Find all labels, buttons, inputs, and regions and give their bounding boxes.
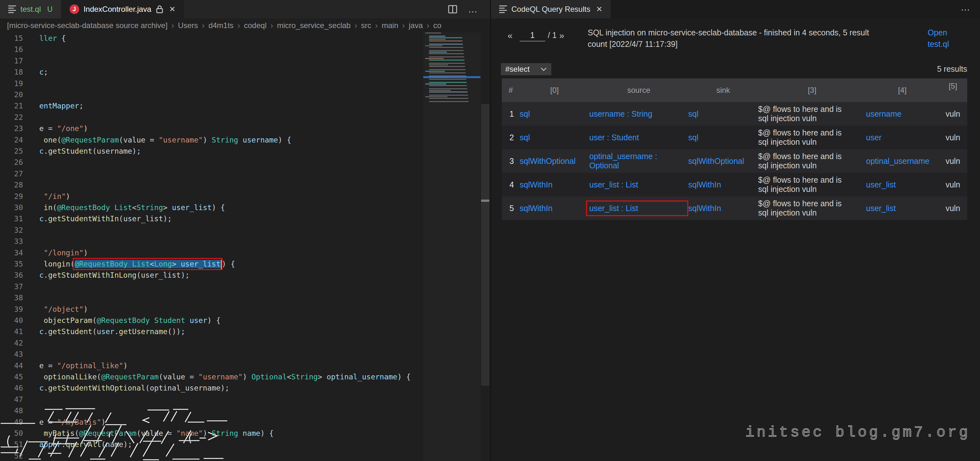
code-line-content: e = "/optinal_like") — [39, 360, 128, 371]
tab-indexcontroller-java[interactable]: J IndexController.java ✕ — [61, 0, 184, 19]
breadcrumb-item[interactable]: main — [382, 21, 398, 30]
code-line: 38 — [0, 292, 480, 304]
sink-link[interactable]: sql — [688, 126, 758, 149]
line-number: 30 — [0, 202, 23, 213]
tab-test-ql[interactable]: test.ql U — [0, 0, 61, 19]
code-line-content: c.getStudent(user.getUsername()); — [39, 326, 185, 337]
predicate-link[interactable]: sqlWithOptional — [520, 149, 589, 173]
breadcrumb-separator: › — [237, 21, 240, 31]
column-header[interactable]: [3] — [758, 78, 866, 102]
line-number: 21 — [0, 100, 23, 112]
code-line: 51apper.queryAll(name); — [0, 439, 480, 450]
result-row[interactable]: 4sqlWithInuser_list : ListsqlWithIn$@ fl… — [502, 173, 967, 196]
page-number-input[interactable]: 1 — [520, 29, 545, 41]
code-line-content: myBatis(@RequestParam(value = "name") St… — [39, 428, 274, 439]
breadcrumb: [micro-service-seclab-database source ar… — [0, 19, 490, 33]
panel-more-icon[interactable]: … — [961, 2, 971, 13]
source-link[interactable]: user_list : List — [589, 173, 688, 196]
breadcrumb-item[interactable]: [micro-service-seclab-database source ar… — [7, 21, 168, 30]
result-row[interactable]: 2sqluser : Studentsql$@ flows to here an… — [502, 126, 967, 149]
code-line: 30 in(@RequestBody List<String> user_lis… — [0, 202, 480, 213]
column-header[interactable]: sink — [688, 78, 758, 102]
breadcrumb-separator: › — [202, 21, 205, 31]
panel-title: CodeQL Query Results — [511, 5, 590, 14]
sink-link[interactable]: sqlWithOptional — [688, 149, 758, 173]
predicate-link[interactable]: sqlWithIn — [520, 196, 589, 220]
line-number: 46 — [0, 382, 23, 394]
editor-group: test.ql U J IndexController.java ✕ … [mi… — [0, 0, 490, 461]
flow-message: $@ flows to here and issql injection vul… — [758, 126, 866, 149]
results-table: #[0]sourcesink[3][4][5] 1sqlusername : S… — [502, 78, 967, 220]
source-link[interactable]: optinal_username :Optional — [589, 149, 688, 173]
line-number: 16 — [0, 44, 23, 55]
code-line: 17 — [0, 55, 480, 67]
variable-link[interactable]: username — [866, 102, 939, 126]
tab-codeql-query-results[interactable]: CodeQL Query Results ✕ — [491, 0, 611, 19]
flow-message: $@ flows to here and issql injection vul… — [758, 102, 866, 126]
code-line: 23e = "/one") — [0, 123, 480, 134]
result-index: 4 — [502, 173, 520, 196]
variable-link[interactable]: user — [866, 126, 939, 149]
open-query-link[interactable]: Open test.ql — [928, 27, 955, 50]
code-line: 18c; — [0, 66, 480, 78]
flow-message: $@ flows to here and issql injection vul… — [758, 149, 866, 173]
line-number: 51 — [0, 439, 23, 450]
source-link[interactable]: user : Student — [589, 126, 688, 149]
more-actions-icon[interactable]: … — [468, 4, 479, 15]
next-page-button[interactable]: » — [559, 31, 565, 41]
prev-page-button[interactable]: « — [508, 31, 513, 41]
source-link[interactable]: username : String — [589, 102, 688, 126]
breadcrumb-item[interactable]: Users — [178, 21, 198, 30]
column-header[interactable]: [4] — [866, 78, 939, 102]
sink-link[interactable]: sqlWithIn — [688, 196, 758, 220]
code-line-content: longin(@RequestBody List<Long> user_list… — [39, 258, 235, 270]
result-row[interactable]: 5sqlWithInuser_list : ListsqlWithIn$@ fl… — [502, 196, 967, 220]
source-link[interactable]: user_list : List — [589, 196, 688, 220]
flow-message: $@ flows to here and issql injection vul… — [758, 196, 866, 220]
column-header[interactable]: # — [502, 78, 520, 102]
result-annotation-box: user_list : List — [589, 204, 685, 213]
code-line-content: ller { — [39, 33, 66, 44]
split-editor-icon[interactable] — [448, 5, 457, 13]
predicate-link[interactable]: sql — [520, 102, 589, 126]
column-header[interactable]: source — [589, 78, 688, 102]
line-number: 24 — [0, 134, 23, 146]
code-editor[interactable]: 15ller {161718c;192021entMapper;2223e = … — [0, 33, 480, 461]
editor-vertical-scrollbar[interactable] — [481, 104, 489, 386]
variable-link[interactable]: user_list — [866, 196, 939, 220]
breadcrumb-item[interactable]: d4m1ts — [208, 21, 234, 30]
table-header-row: #[0]sourcesink[3][4][5] — [502, 78, 967, 102]
code-line: 41c.getStudent(user.getUsername()); — [0, 326, 480, 337]
column-header[interactable]: [5] — [939, 78, 967, 102]
result-row[interactable]: 1sqlusername : Stringsql$@ flows to here… — [502, 102, 967, 126]
breadcrumb-item[interactable]: codeql — [244, 21, 267, 30]
predicate-link[interactable]: sql — [520, 126, 589, 149]
close-tab-icon[interactable]: ✕ — [169, 5, 175, 14]
sink-link[interactable]: sqlWithIn — [688, 173, 758, 196]
line-number: 19 — [0, 78, 23, 89]
editor-actions: … — [448, 0, 490, 19]
line-number: 39 — [0, 304, 23, 315]
vuln-label: vuln — [939, 149, 967, 173]
code-line: 31c.getStudentWithIn(user_list); — [0, 213, 480, 225]
variable-link[interactable]: user_list — [866, 173, 939, 196]
code-line: 50 myBatis(@RequestParam(value = "name")… — [0, 428, 480, 439]
variable-link[interactable]: optinal_username — [866, 149, 939, 173]
result-set-select[interactable]: #select — [501, 63, 551, 75]
code-line-content: in(@RequestBody List<String> user_list) … — [39, 202, 225, 213]
sink-link[interactable]: sql — [688, 102, 758, 126]
line-number: 22 — [0, 112, 23, 123]
java-file-icon: J — [70, 5, 79, 14]
breadcrumb-item[interactable]: co — [433, 21, 441, 30]
column-header[interactable]: [0] — [520, 78, 589, 102]
close-panel-icon[interactable]: ✕ — [596, 5, 602, 14]
breadcrumb-item[interactable]: src — [361, 21, 371, 30]
result-row[interactable]: 3sqlWithOptionaloptinal_username :Option… — [502, 149, 967, 173]
line-number: 29 — [0, 191, 23, 202]
breadcrumb-item[interactable]: java — [409, 21, 423, 30]
predicate-link[interactable]: sqlWithIn — [520, 173, 589, 196]
code-line-content: e = "/myBatis") — [39, 417, 106, 428]
line-number: 28 — [0, 179, 23, 191]
minimap[interactable] — [425, 33, 479, 104]
breadcrumb-item[interactable]: micro_service_seclab — [277, 21, 351, 30]
